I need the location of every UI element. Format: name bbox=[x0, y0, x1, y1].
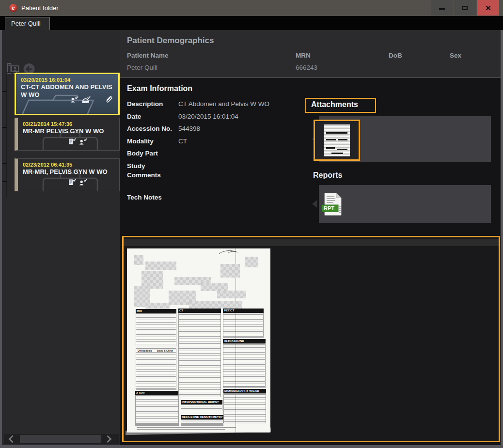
exam-date: 03/20/2015 16:01:04 bbox=[21, 77, 118, 83]
tab-peter-quill[interactable]: Peter Quill bbox=[5, 17, 50, 30]
close-icon bbox=[486, 5, 491, 11]
redacted-block bbox=[189, 301, 242, 309]
field-row-accession: Accession No. 544398 bbox=[127, 124, 307, 134]
maximize-button[interactable] bbox=[454, 0, 476, 15]
form-list-ultrasound bbox=[223, 343, 266, 388]
form-list-dexa bbox=[181, 419, 223, 426]
form-section-mri: MRI bbox=[136, 309, 176, 313]
patient-demographics-section: Patient Demographics Patient Name MRN Do… bbox=[120, 30, 501, 77]
exam-date: 03/21/2014 15:47:36 bbox=[23, 121, 119, 127]
form-section-dexa: DEXA BONE DENSITOMETRY bbox=[181, 415, 223, 419]
form-subheader-ortho: Orthopaedic bbox=[138, 349, 152, 352]
requisition-form-preview[interactable]: MRI Orthopaedic Body & Chest X-RAY CT IN… bbox=[127, 248, 270, 433]
form-list-ct bbox=[178, 313, 221, 397]
report-check-icon bbox=[68, 138, 76, 145]
exam-status-icons bbox=[70, 95, 112, 103]
paperclip-icon bbox=[105, 95, 112, 103]
redacted-block bbox=[217, 291, 246, 298]
rpt-label: RPT bbox=[324, 205, 334, 211]
timeline-tick bbox=[2, 91, 7, 92]
form-subheader-body-chest: Body & Chest bbox=[157, 349, 173, 352]
form-section-ultrasound: ULTRASOUND bbox=[223, 339, 266, 343]
modality-label: Modality bbox=[127, 137, 178, 146]
form-list-xray bbox=[135, 395, 179, 426]
person-check-icon bbox=[70, 96, 79, 103]
attachment-doc-preview bbox=[324, 124, 350, 156]
field-row-technotes: Tech Notes bbox=[127, 193, 307, 202]
window-frame-bottom bbox=[0, 445, 503, 448]
form-section-petct: PET/CT bbox=[223, 309, 264, 313]
timeline-tick bbox=[2, 181, 7, 182]
field-row-studycomments: Study Comments bbox=[127, 161, 307, 180]
attachment-thumbnail[interactable] bbox=[314, 120, 360, 161]
field-row-date: Date 03/20/2015 16:01:04 bbox=[127, 112, 307, 122]
dob-label: DoB bbox=[389, 52, 402, 59]
form-list-mri bbox=[136, 313, 176, 346]
field-row-bodypart: Body Part bbox=[127, 149, 307, 158]
form-section-xray: X-RAY bbox=[135, 391, 179, 395]
exam-title: MR-MRI, PELVIS GYN W WO bbox=[23, 168, 115, 176]
bell-check-icon bbox=[81, 96, 91, 103]
redacted-block bbox=[201, 283, 228, 291]
form-list-mammography bbox=[223, 393, 266, 423]
sex-label: Sex bbox=[450, 52, 461, 59]
exam-card-mr-pelvis-2014[interactable]: 03/21/2014 15:47:36 MR-MR PELVIS GYN W W… bbox=[15, 118, 120, 151]
exam-info-heading: Exam Information bbox=[127, 84, 192, 93]
minimize-button[interactable] bbox=[431, 0, 453, 15]
date-value: 03/20/2015 16:01:04 bbox=[178, 112, 238, 122]
timeline-hscrollbar[interactable] bbox=[4, 434, 119, 444]
timeline-tick bbox=[2, 127, 7, 128]
tab-bar: Peter Quill bbox=[0, 16, 503, 30]
bodypart-label: Body Part bbox=[127, 149, 178, 158]
reports-strip bbox=[319, 185, 491, 223]
timeline-tick bbox=[2, 163, 7, 164]
form-list-biopsy bbox=[181, 404, 222, 411]
report-rpt-icon[interactable]: RPT bbox=[321, 192, 344, 216]
redacted-block bbox=[134, 255, 143, 265]
exam-status-icons bbox=[68, 179, 87, 186]
accession-value: 544398 bbox=[178, 124, 200, 134]
app-logo-icon: e bbox=[9, 4, 17, 12]
timeline-rail bbox=[6, 72, 7, 197]
window-frame-right bbox=[501, 30, 503, 448]
scroll-right-icon[interactable] bbox=[104, 435, 112, 443]
hscrollbar-thumb[interactable] bbox=[20, 435, 101, 443]
exam-date: 02/23/2012 06:41:35 bbox=[23, 162, 119, 168]
exam-timeline-panel: 03/20/2015 16:01:04 CT-CT ABDOMEN AND PE… bbox=[2, 30, 120, 445]
reports-heading: Reports bbox=[313, 171, 342, 180]
window-title: Patient folder bbox=[21, 4, 59, 12]
form-section-mammography: MAMMOGRAPHY W/CAD bbox=[223, 389, 266, 393]
accession-label: Accession No. bbox=[127, 124, 178, 134]
attachment-preview-panel: MRI Orthopaedic Body & Chest X-RAY CT IN… bbox=[122, 236, 500, 442]
form-footnote-line bbox=[137, 429, 225, 430]
scroll-left-icon[interactable] bbox=[9, 435, 16, 443]
person-check-icon bbox=[79, 138, 87, 145]
date-label: Date bbox=[127, 112, 178, 122]
patient-name-value: Peter Quill bbox=[127, 64, 157, 71]
redacted-block bbox=[145, 303, 170, 309]
technotes-label: Tech Notes bbox=[127, 193, 178, 202]
maximize-icon bbox=[462, 6, 468, 10]
exam-card-mri-pelvis-2012[interactable]: 02/23/2012 06:41:35 MR-MRI, PELVIS GYN W… bbox=[15, 158, 120, 191]
exam-detail-area: Exam Information Description CT Abdomen … bbox=[120, 78, 501, 445]
reports-prev-icon[interactable] bbox=[312, 200, 317, 208]
form-section-ct: CT bbox=[178, 309, 221, 313]
form-list-petct bbox=[223, 313, 264, 338]
preview-toolbar-strip bbox=[124, 239, 499, 246]
demographics-heading: Patient Demographics bbox=[127, 36, 214, 46]
field-row-modality: Modality CT bbox=[127, 137, 307, 146]
modality-value: CT bbox=[178, 137, 187, 146]
close-button[interactable] bbox=[477, 0, 499, 15]
exam-info-fields: Description CT Abdomen and Pelvis W WO D… bbox=[127, 99, 307, 205]
title-bar[interactable]: e Patient folder bbox=[0, 0, 503, 16]
patient-folder-window: e Patient folder Peter Quill bbox=[0, 0, 503, 448]
studycomments-label: Study Comments bbox=[127, 161, 178, 180]
mrn-label: MRN bbox=[296, 52, 311, 59]
form-section-biopsy: INTERVENTIONAL BIOPSY bbox=[181, 400, 222, 404]
redacted-block bbox=[245, 257, 258, 267]
handwriting-mark bbox=[218, 249, 242, 256]
form-list-ortho bbox=[136, 348, 176, 390]
description-value: CT Abdomen and Pelvis W WO bbox=[178, 99, 269, 109]
exam-card-ct-abdomen[interactable]: 03/20/2015 16:01:04 CT-CT ABDOMEN AND PE… bbox=[15, 73, 120, 115]
field-row-description: Description CT Abdomen and Pelvis W WO bbox=[127, 99, 307, 109]
